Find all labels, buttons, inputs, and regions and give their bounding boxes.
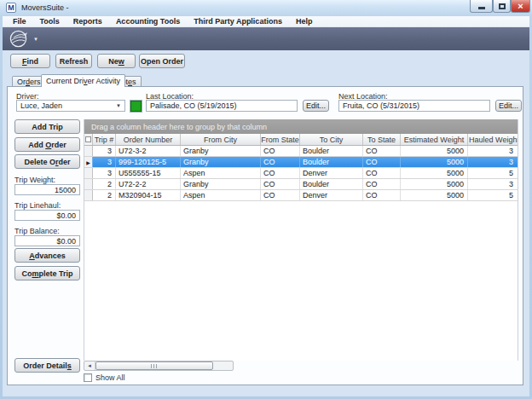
- trip-linehaul-label: Trip Linehaul:: [14, 201, 61, 210]
- column-header-estimated-weight[interactable]: Estimated Weight: [401, 134, 468, 145]
- find-button[interactable]: Find: [10, 54, 50, 68]
- cell-trip: 3: [93, 146, 116, 156]
- cell-to-city: Denver: [300, 190, 363, 200]
- table-row[interactable]: 2 M320904-15 Aspen CO Denver CO 5000 5: [84, 190, 518, 201]
- minimize-button[interactable]: [470, 0, 493, 13]
- menu-accounting-tools[interactable]: Accounting Tools: [109, 16, 187, 26]
- minimize-icon: [478, 7, 485, 9]
- order-details-button[interactable]: Order Details: [14, 358, 80, 373]
- branch-logo-button[interactable]: ▼: [9, 29, 38, 49]
- menu-third-party-applications[interactable]: Third Party Applications: [187, 16, 289, 26]
- column-header-trip[interactable]: Trip #: [93, 134, 116, 145]
- orders-grid: Drag a column header here to group by th…: [84, 119, 518, 361]
- horizontal-scrollbar[interactable]: ◄: [84, 361, 234, 371]
- open-order-button[interactable]: Open Order: [139, 54, 185, 68]
- cell-to-city: Boulder: [300, 179, 363, 189]
- trip-balance-label: Trip Balance:: [14, 227, 60, 235]
- cell-trip: 2: [93, 190, 116, 200]
- cell-estimated-weight: 5000: [401, 190, 468, 200]
- window-title: MoversSuite -: [21, 3, 69, 12]
- globe-logo-icon: [9, 29, 28, 49]
- table-row[interactable]: 3 U555555-15 Aspen CO Denver CO 5000 5: [84, 168, 518, 179]
- cell-to-state: CO: [363, 179, 401, 189]
- row-indicator-cell: [84, 190, 93, 200]
- cell-from-city: Aspen: [181, 168, 261, 178]
- add-order-button[interactable]: Add Order: [14, 137, 80, 152]
- edit-last-location-button[interactable]: Edit...: [303, 100, 329, 112]
- add-trip-button[interactable]: Add Trip: [14, 119, 80, 134]
- scrollbar-grip-icon: [151, 364, 159, 368]
- column-header-from-city[interactable]: From City: [181, 134, 261, 145]
- cell-hauled-weight: 3: [468, 157, 518, 167]
- cell-from-state: CO: [261, 168, 300, 178]
- cell-to-city: Boulder: [300, 146, 363, 156]
- column-header-to-city[interactable]: To City: [300, 134, 363, 145]
- driver-combobox[interactable]: Luce, Jaden ▼: [16, 100, 125, 112]
- scroll-left-arrow-icon: ◄: [87, 363, 92, 368]
- cell-hauled-weight: 3: [468, 146, 518, 156]
- refresh-button[interactable]: Refresh: [55, 54, 92, 68]
- driver-status-indicator: [130, 101, 142, 112]
- cell-trip: 3: [93, 157, 116, 167]
- last-location-field[interactable]: Palisade, CO (5/19/2015): [146, 100, 298, 112]
- new-button[interactable]: New: [97, 54, 136, 68]
- cell-order-number: U72-3-2: [116, 146, 181, 156]
- menu-reports[interactable]: Reports: [66, 16, 109, 26]
- table-row[interactable]: 3 U72-3-2 Granby CO Boulder CO 5000 3: [84, 146, 518, 157]
- cell-order-number: U72-2-2: [116, 179, 181, 189]
- app-icon: M: [6, 3, 16, 13]
- row-indicator-cell: [84, 146, 93, 156]
- close-button[interactable]: ×: [511, 0, 530, 13]
- close-icon: ×: [518, 2, 523, 11]
- cell-estimated-weight: 5000: [401, 179, 468, 189]
- scroll-left-button[interactable]: ◄: [84, 361, 95, 370]
- cell-to-city: Boulder: [300, 157, 363, 167]
- row-indicator-cell: [84, 168, 93, 178]
- group-by-hint-bar[interactable]: Drag a column header here to group by th…: [84, 119, 518, 134]
- next-location-field[interactable]: Fruita, CO (5/31/2015): [338, 100, 490, 112]
- cell-from-city: Granby: [181, 157, 261, 167]
- cell-from-city: Aspen: [181, 190, 261, 200]
- driver-activity-panel: Driver: Luce, Jaden ▼ Last Location: Pal…: [7, 86, 523, 385]
- cell-to-state: CO: [363, 157, 401, 167]
- cell-to-state: CO: [363, 190, 401, 200]
- row-indicator-cell: [84, 179, 93, 189]
- show-all-checkbox[interactable]: [84, 373, 92, 382]
- menu-file[interactable]: File: [6, 16, 33, 26]
- menu-tools[interactable]: Tools: [33, 16, 66, 26]
- grid-selector-icon: [85, 136, 91, 142]
- logo-dropdown-arrow-icon: ▼: [33, 37, 38, 42]
- complete-trip-button[interactable]: Complete Trip: [14, 266, 80, 280]
- cell-from-city: Granby: [181, 179, 261, 189]
- trip-weight-field[interactable]: 15000: [14, 184, 80, 195]
- table-row[interactable]: 2 U72-2-2 Granby CO Boulder CO 5000 3: [84, 179, 518, 190]
- column-header-to-state[interactable]: To State: [363, 134, 401, 145]
- menubar: File Tools Reports Accounting Tools Thir…: [3, 16, 529, 27]
- delete-order-button[interactable]: Delete Order: [14, 154, 80, 169]
- column-header-hauled-weight[interactable]: Hauled Weight: [468, 134, 518, 145]
- menu-help[interactable]: Help: [289, 16, 320, 26]
- cell-to-city: Denver: [300, 168, 363, 178]
- cell-order-number: U555555-15: [116, 168, 181, 178]
- row-indicator-cell: ▶: [84, 157, 93, 167]
- column-header-from-state[interactable]: From State: [261, 134, 300, 145]
- cell-order-number: 999-120125-5: [116, 157, 181, 167]
- scrollbar-thumb[interactable]: [95, 361, 213, 370]
- column-header-order-number[interactable]: Order Number: [116, 134, 181, 145]
- cell-from-state: CO: [261, 146, 300, 156]
- advances-button[interactable]: Advances: [14, 248, 80, 263]
- cell-estimated-weight: 5000: [401, 168, 468, 178]
- cell-order-number: M320904-15: [116, 190, 181, 200]
- cell-to-state: CO: [363, 146, 401, 156]
- trip-linehaul-field[interactable]: $0.00: [14, 210, 80, 221]
- chevron-down-icon: ▼: [116, 103, 121, 108]
- edit-next-location-button[interactable]: Edit...: [495, 100, 522, 112]
- titlebar[interactable]: M MoversSuite - ×: [0, 0, 532, 16]
- table-row-selected[interactable]: ▶ 3 999-120125-5 Granby CO Boulder CO 50…: [84, 157, 518, 168]
- app-window: M MoversSuite - × File Tools Reports Acc…: [0, 0, 532, 399]
- logo-toolbar: ▼: [3, 27, 529, 50]
- tab-current-driver-activity[interactable]: Current Driver Activity: [41, 74, 125, 87]
- maximize-button[interactable]: [493, 0, 511, 13]
- trip-balance-field[interactable]: $0.00: [14, 235, 80, 246]
- selected-row-arrow-icon: ▶: [86, 159, 90, 165]
